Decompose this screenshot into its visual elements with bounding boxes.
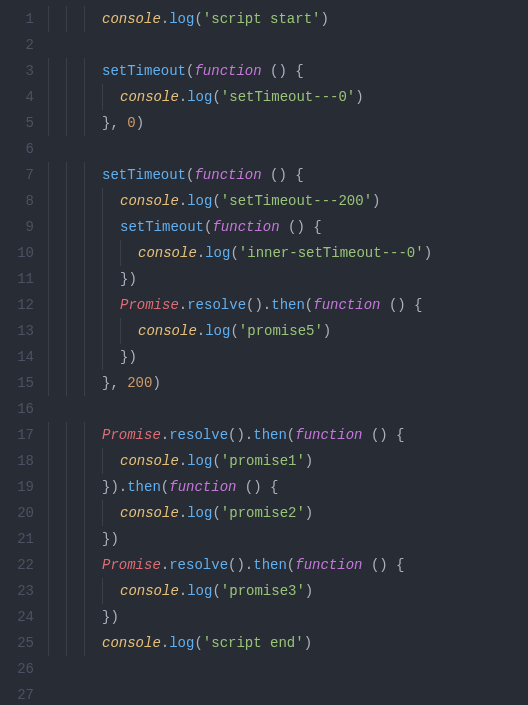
token-punc: ( <box>161 479 169 495</box>
code-line <box>48 656 528 682</box>
code-line: }) <box>48 604 528 630</box>
code-line: }) <box>48 266 528 292</box>
token-kw: function <box>194 167 261 183</box>
code-line <box>48 396 528 422</box>
token-punc: }) <box>120 349 137 365</box>
code-line: }, 0) <box>48 110 528 136</box>
token-punc: }). <box>102 479 127 495</box>
token-punc: }) <box>120 271 137 287</box>
line-number: 1 <box>6 6 34 32</box>
token-punc: }, <box>102 115 127 131</box>
line-number: 9 <box>6 214 34 240</box>
indent-guide <box>120 240 138 266</box>
token-fn: then <box>253 557 287 573</box>
token-fn: log <box>169 11 194 27</box>
token-punc: ) <box>305 505 313 521</box>
indent-guide <box>66 474 84 500</box>
indent-guide <box>84 58 102 84</box>
token-obj: console <box>120 193 179 209</box>
token-kw: function <box>295 557 362 573</box>
indent-guide <box>84 188 102 214</box>
token-id: Promise <box>102 427 161 443</box>
token-punc: () { <box>262 167 304 183</box>
indent-guide <box>48 188 66 214</box>
token-obj: console <box>120 505 179 521</box>
token-punc: }) <box>102 609 119 625</box>
line-number: 26 <box>6 656 34 682</box>
token-kw: function <box>194 63 261 79</box>
token-obj: console <box>102 11 161 27</box>
indent-guide <box>84 604 102 630</box>
line-number: 3 <box>6 58 34 84</box>
code-line: }).then(function () { <box>48 474 528 500</box>
line-number: 2 <box>6 32 34 58</box>
indent-guide <box>84 240 102 266</box>
indent-guide <box>84 552 102 578</box>
code-line <box>48 32 528 58</box>
indent-guide <box>66 422 84 448</box>
token-punc: . <box>179 505 187 521</box>
token-punc: . <box>179 583 187 599</box>
token-fn: setTimeout <box>102 63 186 79</box>
indent-guide <box>48 110 66 136</box>
indent-guide <box>66 240 84 266</box>
token-fn: log <box>169 635 194 651</box>
token-punc: ( <box>305 297 313 313</box>
token-fn: resolve <box>187 297 246 313</box>
token-punc: ( <box>212 89 220 105</box>
indent-guide <box>84 578 102 604</box>
indent-guide <box>84 214 102 240</box>
indent-guide <box>102 266 120 292</box>
token-punc: () { <box>362 557 404 573</box>
token-punc: ) <box>355 89 363 105</box>
indent-guide <box>48 448 66 474</box>
token-punc: ( <box>212 505 220 521</box>
token-punc: ) <box>323 323 331 339</box>
token-punc: () { <box>262 63 304 79</box>
token-punc: ( <box>194 635 202 651</box>
indent-guide <box>48 162 66 188</box>
line-number: 12 <box>6 292 34 318</box>
token-punc: . <box>161 427 169 443</box>
code-line: console.log('script end') <box>48 630 528 656</box>
token-str: 'script start' <box>203 11 321 27</box>
indent-guide <box>84 292 102 318</box>
token-obj: console <box>138 245 197 261</box>
code-editor: 1234567891011121314151617181920212223242… <box>0 0 528 705</box>
token-str: 'promise3' <box>221 583 305 599</box>
indent-guide <box>48 526 66 552</box>
token-str: 'inner-setTimeout---0' <box>239 245 424 261</box>
code-area[interactable]: console.log('script start') setTimeout(f… <box>44 0 528 705</box>
code-line: console.log('promise1') <box>48 448 528 474</box>
line-number: 21 <box>6 526 34 552</box>
code-line: console.log('inner-setTimeout---0') <box>48 240 528 266</box>
line-number: 18 <box>6 448 34 474</box>
token-punc: ) <box>136 115 144 131</box>
line-number: 20 <box>6 500 34 526</box>
indent-guide <box>48 292 66 318</box>
token-punc: . <box>197 323 205 339</box>
token-fn: resolve <box>169 557 228 573</box>
token-punc: . <box>179 89 187 105</box>
token-punc: . <box>161 635 169 651</box>
token-id: Promise <box>120 297 179 313</box>
indent-guide <box>66 266 84 292</box>
indent-guide <box>66 344 84 370</box>
code-line: console.log('script start') <box>48 6 528 32</box>
token-kw: function <box>169 479 236 495</box>
token-fn: resolve <box>169 427 228 443</box>
code-line: console.log('setTimeout---200') <box>48 188 528 214</box>
token-obj: console <box>138 323 197 339</box>
indent-guide <box>66 630 84 656</box>
token-punc: . <box>161 557 169 573</box>
code-line: setTimeout(function () { <box>48 58 528 84</box>
code-line: }) <box>48 526 528 552</box>
line-number: 13 <box>6 318 34 344</box>
indent-guide <box>66 162 84 188</box>
line-number: 16 <box>6 396 34 422</box>
token-punc: }, <box>102 375 127 391</box>
line-number: 15 <box>6 370 34 396</box>
line-number: 5 <box>6 110 34 136</box>
token-punc: () { <box>362 427 404 443</box>
indent-guide <box>66 84 84 110</box>
